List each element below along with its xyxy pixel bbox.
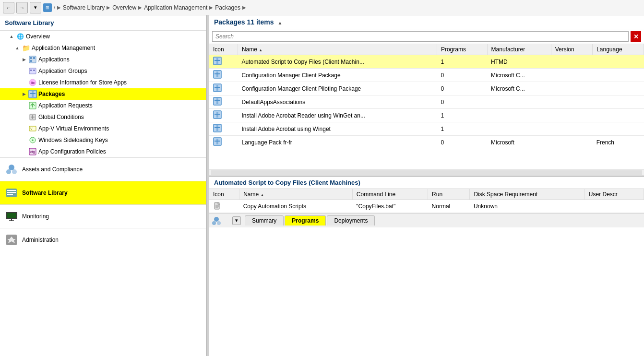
package-icon — [28, 90, 37, 98]
globe-icon: 🌐 — [16, 32, 24, 41]
svg-rect-51 — [216, 125, 218, 131]
sidebar-item-app-config[interactable]: cfg App Configuration Policies — [0, 146, 206, 157]
breadcrumb-app-management[interactable]: Application Management — [144, 4, 207, 11]
svg-rect-11 — [32, 91, 34, 97]
toolbar: ← → ▾ ⊞ \ ▶ Software Library ▶ Overview … — [0, 0, 644, 15]
table-row[interactable]: Automated Script to Copy Files (Client M… — [209, 55, 644, 69]
row-version-cell — [551, 95, 593, 109]
table-row[interactable]: Configuration Manager Client Piloting Pa… — [209, 82, 644, 95]
breadcrumb: \ ▶ Software Library ▶ Overview ▶ Applic… — [54, 4, 246, 11]
breadcrumb-packages[interactable]: Packages — [215, 4, 240, 11]
row-name-cell: Install Adobe Acrobat using Winget — [238, 122, 437, 136]
detail-run-cell: Normal — [428, 200, 470, 213]
row-manufacturer-cell — [487, 109, 551, 122]
dropdown-button[interactable]: ▾ — [30, 2, 41, 13]
search-clear-button[interactable]: ✕ — [631, 31, 641, 42]
search-input[interactable] — [212, 31, 629, 42]
package-row-icon — [213, 83, 222, 92]
content-body: Packages 11 items ▲ ✕ Icon Name ▲ Progra… — [209, 15, 644, 356]
row-icon-cell — [209, 69, 238, 82]
table-row[interactable]: DefaultAppsAssociations 0 — [209, 95, 644, 109]
svg-rect-1 — [30, 57, 32, 59]
sidebar-item-license[interactable]: lic License Information for Store Apps — [0, 77, 206, 88]
package-row-icon — [213, 124, 222, 132]
svg-rect-45 — [216, 98, 218, 104]
row-icon-cell — [209, 82, 238, 95]
nav-assets[interactable]: Assets and Compliance — [0, 157, 206, 181]
col-version: Version — [551, 44, 593, 55]
svg-rect-2 — [33, 57, 35, 59]
nav-monitoring[interactable]: Monitoring — [0, 204, 206, 228]
row-manufacturer-cell: Microsoft C... — [487, 69, 551, 82]
nav-software-library[interactable]: Software Library — [0, 181, 206, 204]
table-row[interactable]: Configuration Manager Client Package 0 M… — [209, 69, 644, 82]
sidebar-item-sideloading[interactable]: Windows Sideloading Keys — [0, 134, 206, 146]
sidebar-item-app-requests[interactable]: Application Requests — [0, 100, 206, 111]
bottom-tabs: ▾ Summary Programs Deployments — [209, 213, 644, 227]
folder-icon-app-management: 📁 — [22, 44, 30, 52]
packages-header: Packages 11 items ▲ — [209, 15, 644, 29]
global-conditions-icon — [28, 113, 37, 121]
nav-administration[interactable]: Administration — [0, 228, 206, 251]
row-name-cell: DefaultAppsAssociations — [238, 95, 437, 109]
detail-row[interactable]: Copy Automation Scripts "CopyFiles.bat" … — [209, 200, 644, 213]
table-row[interactable]: Install Adobe Acrobat Reader using WinGe… — [209, 109, 644, 122]
packages-table: Icon Name ▲ Programs Manufacturer Versio… — [209, 44, 644, 149]
row-language-cell — [593, 55, 644, 69]
sidebar-item-app-management[interactable]: ▲ 📁 Application Management — [0, 42, 206, 54]
sidebar-item-applications[interactable]: ▶ Applications — [0, 54, 206, 65]
row-version-cell — [551, 109, 593, 122]
package-row-icon — [213, 137, 222, 146]
package-row-icon — [213, 110, 222, 119]
row-name-cell: Language Pack fr-fr — [238, 136, 437, 149]
detail-col-user: User Descr — [584, 189, 644, 200]
row-icon-cell — [209, 122, 238, 136]
h-scrollbar[interactable] — [209, 169, 644, 176]
appv-icon: V — [28, 124, 37, 133]
packages-header-row: Icon Name ▲ Programs Manufacturer Versio… — [209, 44, 644, 55]
app-config-icon: cfg — [28, 147, 37, 156]
row-version-cell — [551, 82, 593, 95]
row-language-cell — [593, 69, 644, 82]
detail-disk-cell: Unknown — [470, 200, 584, 213]
sidebar-tree: ▲ 🌐 Overview ▲ 📁 Application Management … — [0, 31, 206, 157]
sidebar-item-packages[interactable]: ▶ Packages — [0, 88, 206, 100]
main-layout: Software Library ▲ 🌐 Overview ▲ 📁 Applic… — [0, 15, 644, 356]
overview-label: Overview — [26, 33, 50, 40]
table-row[interactable]: Install Adobe Acrobat using Winget 1 — [209, 122, 644, 136]
svg-rect-30 — [7, 213, 16, 218]
monitoring-label: Monitoring — [22, 213, 49, 220]
back-button[interactable]: ← — [3, 2, 14, 13]
assets-label: Assets and Compliance — [22, 166, 83, 173]
svg-rect-3 — [30, 60, 32, 62]
detail-table: Icon Name ▲ Command Line Run Disk Space … — [209, 189, 644, 213]
sidebar-item-appv[interactable]: V App-V Virtual Environments — [0, 123, 206, 134]
detail-col-run: Run — [428, 189, 470, 200]
svg-text:cfg: cfg — [30, 150, 35, 154]
software-library-label: Software Library — [22, 190, 68, 196]
forward-button[interactable]: → — [16, 2, 28, 13]
row-version-cell — [551, 55, 593, 69]
col-name: Name ▲ — [238, 44, 437, 55]
detail-col-disk: Disk Space Requirement — [470, 189, 584, 200]
svg-point-24 — [12, 169, 17, 174]
packages-table-wrap: Icon Name ▲ Programs Manufacturer Versio… — [209, 44, 644, 169]
tab-summary[interactable]: Summary — [245, 215, 284, 225]
sidebar-item-app-groups[interactable]: Application Groups — [0, 65, 206, 77]
sidebar-item-global-conditions[interactable]: Global Conditions — [0, 111, 206, 123]
row-language-cell: French — [593, 136, 644, 149]
row-manufacturer-cell — [487, 122, 551, 136]
packages-label: Packages — [38, 91, 65, 97]
col-manufacturer: Manufacturer — [487, 44, 551, 55]
breadcrumb-software-library[interactable]: Software Library — [63, 4, 105, 11]
tab-deployments[interactable]: Deployments — [327, 215, 375, 225]
sidebar-title: Software Library — [0, 15, 206, 31]
h-scroll-track — [211, 170, 642, 175]
tab-programs[interactable]: Programs — [285, 215, 326, 225]
sidebar-item-overview[interactable]: ▲ 🌐 Overview — [0, 31, 206, 42]
breadcrumb-overview[interactable]: Overview — [112, 4, 136, 11]
license-icon: lic — [28, 78, 37, 87]
svg-rect-6 — [33, 70, 35, 71]
table-row[interactable]: Language Pack fr-fr 0 Microsoft French — [209, 136, 644, 149]
tab-dropdown-button[interactable]: ▾ — [232, 216, 241, 225]
